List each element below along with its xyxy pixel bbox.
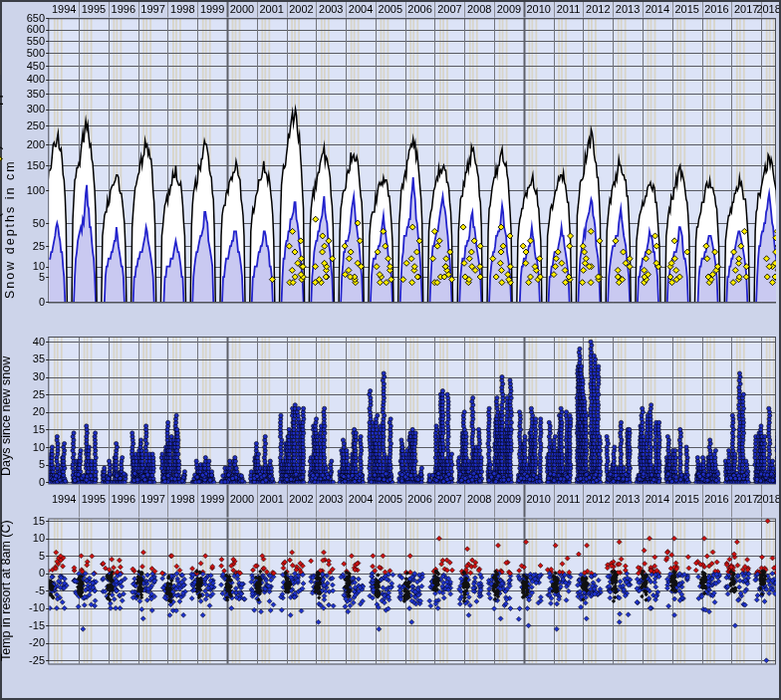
snow-history-chart	[0, 0, 781, 700]
resort-depth-swatch	[0, 221, 1, 243]
days-axis-label: Days since new snow	[0, 349, 13, 476]
upper-depth-swatch	[0, 53, 1, 75]
snow-history-window: Resort(fresh is) and Upper Snow depths i…	[0, 0, 781, 700]
snow-axis-units-label: Snow depths in cm	[3, 108, 17, 299]
temp-axis-label: Temp in resort at 8am (C)	[0, 497, 13, 661]
